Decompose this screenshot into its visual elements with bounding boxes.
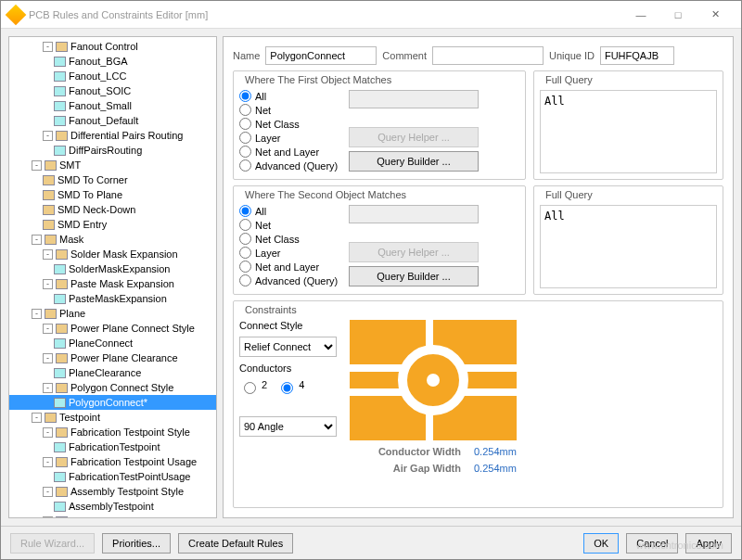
query-builder-button-2[interactable]: Query Builder ... — [349, 266, 479, 286]
first-fq-box[interactable]: All — [540, 90, 717, 173]
tree-item[interactable]: Fanout_BGA — [9, 54, 216, 69]
match-radio[interactable]: Advanced (Query) — [239, 159, 341, 172]
expand-icon[interactable]: - — [32, 160, 42, 171]
match-radio[interactable]: All — [239, 90, 341, 102]
tree-item[interactable]: -Solder Mask Expansion — [9, 247, 216, 261]
first-match-group: Where The First Object Matches AllNetNet… — [233, 70, 526, 180]
ok-button[interactable]: OK — [583, 533, 619, 554]
match-radio[interactable]: Net — [239, 219, 341, 231]
tree-item[interactable]: -Assembly Testpoint Usage — [9, 514, 216, 518]
match-radio[interactable]: Advanced (Query) — [239, 274, 341, 286]
apply-button[interactable]: Apply — [685, 533, 732, 554]
expand-icon[interactable]: - — [43, 324, 53, 334]
connect-style-select[interactable]: Relief Connect — [239, 337, 337, 357]
second-fullquery-group: Full Query All — [533, 185, 723, 295]
match-radio[interactable]: Net and Layer — [239, 146, 341, 158]
second-match-dropdown[interactable] — [349, 205, 479, 223]
conductor-width-value[interactable]: 0.254mm — [474, 446, 517, 457]
comment-input[interactable] — [432, 46, 544, 65]
cancel-button[interactable]: Cancel — [626, 533, 678, 554]
tree-item[interactable]: -Power Plane Connect Style — [9, 321, 216, 336]
create-defaults-button[interactable]: Create Default Rules — [178, 533, 293, 554]
tree-node-label: Paste Mask Expansion — [70, 278, 174, 289]
tree-item[interactable]: Fanout_LCC — [9, 69, 216, 83]
tree-item[interactable]: -Paste Mask Expansion — [9, 276, 216, 291]
tree-node-icon — [54, 294, 66, 304]
conductors-option[interactable]: 4 — [276, 379, 304, 394]
tree-node-label: Fabrication Testpoint Usage — [70, 456, 197, 467]
expand-icon[interactable]: - — [32, 235, 42, 245]
tree-item[interactable]: -Fabrication Testpoint Style — [9, 425, 216, 439]
tree-item[interactable]: -Differential Pairs Routing — [9, 128, 216, 143]
angle-select[interactable]: 90 Angle — [239, 416, 337, 437]
tree-node-label: Fabrication Testpoint Style — [70, 426, 190, 438]
match-radio[interactable]: All — [239, 205, 341, 217]
maximize-button[interactable]: □ — [659, 2, 697, 28]
expand-icon[interactable]: - — [32, 413, 42, 423]
match-radio[interactable]: Net — [239, 104, 341, 116]
priorities-button[interactable]: Priorities... — [102, 533, 171, 554]
expand-icon[interactable]: - — [43, 249, 53, 260]
tree-item[interactable]: FabricationTestPointUsage — [9, 469, 216, 484]
tree-item[interactable]: Fanout_Default — [9, 113, 216, 128]
details-pane: Name Comment Unique ID Where The First O… — [223, 36, 734, 518]
tree-item[interactable]: Fanout_Small — [9, 98, 216, 113]
tree-item[interactable]: -Polygon Connect Style — [9, 380, 216, 395]
match-radio[interactable]: Net Class — [239, 233, 341, 245]
conductors-option[interactable]: 2 — [239, 379, 267, 394]
tree-item[interactable]: -Plane — [9, 306, 216, 321]
first-match-radios: AllNetNet ClassLayerNet and LayerAdvance… — [239, 90, 341, 172]
air-gap-value[interactable]: 0.254mm — [474, 463, 517, 474]
match-radio[interactable]: Layer — [239, 247, 341, 259]
tree-item[interactable]: SMD Neck-Down — [9, 202, 216, 217]
tree-item[interactable]: -Mask — [9, 232, 216, 247]
expand-icon[interactable]: - — [32, 309, 42, 319]
tree-node-label: Plane — [59, 308, 85, 319]
minimize-button[interactable]: — — [622, 2, 659, 28]
tree-item[interactable]: PlaneConnect — [9, 336, 216, 350]
tree-node-icon — [43, 175, 55, 185]
tree-item[interactable]: -Fanout Control — [9, 39, 216, 54]
tree-item[interactable]: -Assembly Testpoint Style — [9, 484, 216, 499]
first-match-dropdown[interactable] — [349, 90, 479, 108]
tree-item[interactable]: SMD To Corner — [9, 172, 216, 187]
tree-item[interactable]: DiffPairsRouting — [9, 143, 216, 158]
expand-icon[interactable]: - — [43, 131, 53, 141]
tree-node-label: FabricationTestpoint — [69, 441, 160, 452]
expand-icon[interactable]: - — [43, 427, 53, 438]
tree-item[interactable]: -SMT — [9, 158, 216, 172]
match-radio[interactable]: Layer — [239, 132, 341, 144]
tree-item[interactable]: Fanout_SOIC — [9, 83, 216, 98]
tree-item[interactable]: AssemblyTestpoint — [9, 499, 216, 514]
second-fq-box[interactable]: All — [540, 205, 717, 288]
rules-tree[interactable]: -Fanout ControlFanout_BGAFanout_LCCFanou… — [8, 36, 217, 518]
tree-node-icon — [54, 57, 66, 67]
query-builder-button-1[interactable]: Query Builder ... — [349, 151, 479, 172]
expand-icon[interactable]: - — [43, 353, 53, 363]
tree-item[interactable]: -Power Plane Clearance — [9, 350, 216, 365]
tree-item[interactable]: SMD To Plane — [9, 187, 216, 202]
expand-icon[interactable]: - — [43, 42, 53, 52]
tree-node-label: AssemblyTestpoint — [69, 501, 154, 512]
expand-icon[interactable]: - — [43, 516, 53, 519]
second-fq-label: Full Query — [542, 189, 596, 200]
tree-node-label: Solder Mask Expansion — [70, 248, 178, 260]
match-radio[interactable]: Net Class — [239, 118, 341, 130]
expand-icon[interactable]: - — [43, 279, 53, 289]
tree-item[interactable]: FabricationTestpoint — [9, 439, 216, 454]
constraints-title: Constraints — [241, 304, 301, 315]
uid-input[interactable] — [600, 46, 674, 65]
expand-icon[interactable]: - — [43, 457, 53, 467]
tree-item[interactable]: -Fabrication Testpoint Usage — [9, 454, 216, 469]
tree-item[interactable]: SMD Entry — [9, 217, 216, 232]
expand-icon[interactable]: - — [43, 487, 53, 497]
name-input[interactable] — [265, 46, 377, 65]
tree-item[interactable]: PolygonConnect* — [9, 395, 216, 410]
close-button[interactable]: ✕ — [697, 2, 734, 28]
tree-item[interactable]: SolderMaskExpansion — [9, 261, 216, 276]
tree-item[interactable]: PasteMaskExpansion — [9, 291, 216, 306]
tree-item[interactable]: PlaneClearance — [9, 365, 216, 380]
expand-icon[interactable]: - — [43, 383, 53, 393]
match-radio[interactable]: Net and Layer — [239, 261, 341, 273]
tree-item[interactable]: -Testpoint — [9, 410, 216, 425]
